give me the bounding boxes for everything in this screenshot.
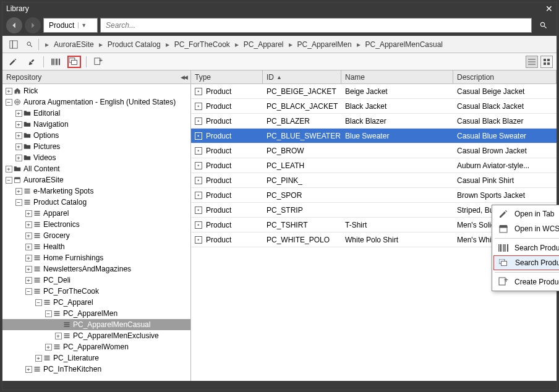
tree-toggle-icon[interactable] [5,85,12,96]
tree-toggle-icon[interactable] [15,119,22,130]
svg-text:+: + [99,58,103,64]
search-button[interactable] [534,18,553,33]
col-id[interactable]: ID ▲ [263,70,341,83]
repository-tree[interactable]: RickAurora Augmentation - English (Unite… [2,84,190,381]
back-button[interactable] [6,17,22,33]
tree-toggle-icon[interactable] [54,319,62,330]
tree-row[interactable]: Rick [2,85,190,96]
tree-toggle-icon[interactable] [54,330,62,341]
tree-toggle-icon[interactable] [25,252,32,263]
tree-row[interactable]: Aurora Augmentation - English (United St… [2,96,190,108]
tree-toggle-icon[interactable] [5,174,12,185]
tree-toggle-icon[interactable] [25,219,32,230]
tree-row[interactable]: e-Marketing Spots [2,185,190,197]
col-type[interactable]: Type [191,70,263,83]
tree-toggle-icon[interactable] [35,297,42,308]
search-pictures-icon[interactable] [67,56,81,68]
tree-row[interactable]: Navigation [2,119,190,130]
tree-row[interactable]: Home Furnishings [2,252,190,263]
tree-row[interactable]: Product Catalog [2,197,190,208]
context-item[interactable]: Open in Tab [493,207,559,221]
list-icon [62,332,72,339]
tree-toggle-icon[interactable] [15,141,22,152]
tree-toggle-icon[interactable] [5,163,12,174]
tree-row[interactable]: PC_Apparel [2,297,190,308]
context-item[interactable]: Search Product Pictures [493,255,559,270]
list-view-button[interactable] [526,56,538,68]
table-row[interactable]: ▪ProductPC_PINK_Casual Pink Shirt [191,173,557,188]
tree-toggle-icon[interactable] [25,275,32,286]
search-icon[interactable] [22,38,37,51]
context-item[interactable]: Open in WCS Management [493,221,559,236]
tree-toggle-icon[interactable] [45,341,52,352]
tree-toggle-icon[interactable] [15,197,22,208]
tree-toggle-icon[interactable] [25,241,32,252]
col-desc[interactable]: Description [453,70,557,83]
table-row[interactable]: ▪ProductPC_BROWCasual Brown Jacket [191,143,557,158]
tree-row[interactable]: PC_ApparelMen [2,308,190,319]
breadcrumb-item[interactable]: PC_ApparelMenCasual [365,40,443,49]
tree-label: Rick [23,85,38,96]
tree-toggle-icon[interactable] [15,152,22,163]
tree-toggle-icon[interactable] [15,185,22,197]
tree-row[interactable]: PC_InTheKitchen [2,364,190,375]
context-item[interactable]: Search Product Variants [493,241,559,255]
address-dropdown[interactable]: Product ▼ [43,18,98,33]
pen-icon[interactable] [25,55,38,69]
table-row[interactable]: ▪ProductPC_SPORBrown Sports Jacket [191,188,557,203]
close-icon[interactable]: ✕ [545,4,553,13]
create-teaser-icon[interactable]: + [92,55,105,69]
tree-row[interactable]: Options [2,130,190,141]
tree-row[interactable]: Editorial [2,108,190,119]
tree-toggle-icon[interactable] [35,352,42,364]
table-row[interactable]: ▪ProductPC_BLUE_SWEATERBlue SweaterCasua… [191,129,557,143]
tree-row[interactable]: Electronics [2,219,190,230]
tree-row[interactable]: Apparel [2,208,190,219]
tree-row[interactable]: Health [2,241,190,252]
grid-view-button[interactable] [540,56,553,68]
tree-toggle-icon[interactable] [15,130,22,141]
breadcrumb-item[interactable]: PC_ForTheCook [174,40,230,49]
table-row[interactable]: ▪ProductPC_BLACK_JACKETBlack JacketCasua… [191,99,557,114]
tree-toggle-icon[interactable] [25,208,32,219]
barcode-icon[interactable] [49,55,62,69]
tree-toggle-icon[interactable] [5,96,12,108]
cell-type: ▪Product [191,236,263,244]
tree-toggle-icon[interactable] [45,308,52,319]
tree-row[interactable]: NewslettersAndMagazines [2,263,190,275]
breadcrumb-item[interactable]: PC_ApparelMen [297,40,352,49]
col-name[interactable]: Name [341,70,453,83]
tree-toggle-button[interactable] [6,38,21,51]
tree-row[interactable]: PC_ForTheCook [2,286,190,297]
tree-row[interactable]: Pictures [2,141,190,152]
context-item[interactable]: +Create Product Teaser [493,275,559,289]
tree-row[interactable]: PC_ApparelMenExclusive [2,330,190,341]
tree-toggle-icon[interactable] [15,108,22,119]
tree-row[interactable]: All Content [2,163,190,174]
tree-row[interactable]: PC_Literature [2,352,190,364]
breadcrumb-item[interactable]: Product Catalog [108,40,161,49]
tree-row[interactable]: PC_ApparelWomen [2,341,190,352]
tree-label: Pictures [33,141,60,152]
breadcrumb-item[interactable]: PC_Apparel [244,40,284,49]
tree-row[interactable]: AuroraESite [2,174,190,185]
list-icon [32,288,42,295]
table-row[interactable]: ▪ProductPC_BLAZERBlack BlazerCasual Blac… [191,114,557,129]
tree-row[interactable]: PC_Deli [2,275,190,286]
tree-toggle-icon[interactable] [25,286,32,297]
tree-toggle-icon[interactable] [25,364,32,375]
forward-button[interactable] [25,17,41,33]
table-row[interactable]: ▪ProductPC_LEATHAuburn Aviator-style... [191,158,557,173]
collapse-icon[interactable]: ◀◀ [181,74,187,80]
tree-label: PC_ApparelMen [63,308,117,319]
pencil-icon[interactable] [6,55,20,69]
cell-id: PC_PINK_ [263,176,341,185]
tree-toggle-icon[interactable] [25,263,32,275]
tree-row[interactable]: Videos [2,152,190,163]
tree-row[interactable]: PC_ApparelMenCasual [2,319,190,330]
tree-row[interactable]: Grocery [2,230,190,241]
breadcrumb-item[interactable]: AuroraESite [54,40,94,49]
table-row[interactable]: ▪ProductPC_BEIGE_JACKETBeige JacketCasua… [191,84,557,99]
search-input[interactable] [103,21,529,30]
tree-toggle-icon[interactable] [25,230,32,241]
